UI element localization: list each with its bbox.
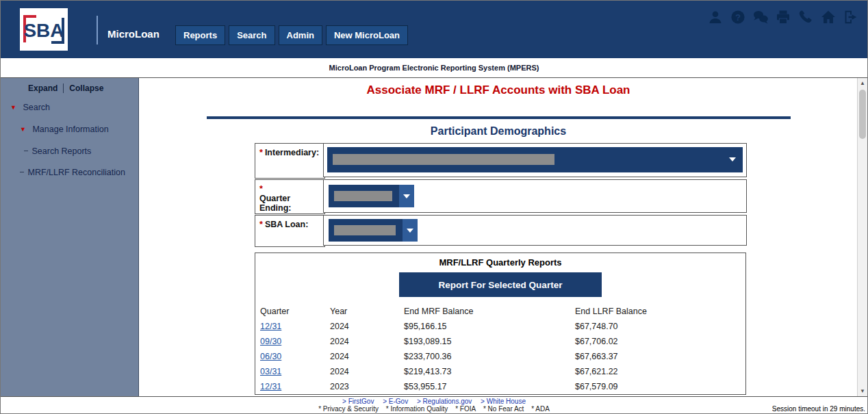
nav-admin-button[interactable]: Admin: [279, 25, 322, 45]
content-bottom-divider: [1, 396, 867, 397]
sidebar-item-label: Manage Information: [32, 125, 108, 134]
footer-link-info-quality[interactable]: * Information Quality: [386, 405, 448, 413]
sidebar-item-label: MRF/LLRF Reconciliation: [27, 168, 125, 177]
sidebar-item-label: Search Reports: [31, 146, 91, 156]
header-nav: Reports Search Admin New MicroLoan: [175, 25, 408, 45]
quarter-ending-field: [323, 179, 747, 213]
collapse-link[interactable]: Collapse: [69, 83, 103, 93]
mrf-balance-cell: $53,955.17: [404, 379, 575, 394]
sidebar-item-mrf-llrf-reconciliation[interactable]: MRF/LLRF Reconciliation: [20, 168, 125, 177]
quarter-link[interactable]: 09/30: [260, 337, 281, 346]
user-icon[interactable]: [707, 9, 724, 25]
mrf-balance-cell: $233,700.36: [404, 349, 575, 364]
tree-expanded-icon: ▼: [10, 104, 16, 111]
main-content: Associate MRF / LLRF Accounts with SBA L…: [139, 78, 858, 396]
mrf-balance-cell: $193,089.15: [404, 334, 575, 349]
intermediary-label: *Intermediary:: [255, 143, 325, 179]
table-row: 12/31 2023 $53,955.17 $67,579.09: [260, 379, 739, 394]
vertical-scrollbar[interactable]: ▲ ▼: [857, 78, 867, 396]
footer-link-egov[interactable]: > E-Gov: [383, 398, 408, 405]
tree-connector: [24, 151, 28, 151]
quarterly-reports-panel: MRF/LLRF Quarterly Reports Report For Se…: [255, 253, 746, 395]
chevron-down-icon: [403, 194, 410, 198]
header-icons: ?: [707, 9, 859, 25]
footer-link-privacy[interactable]: * Privacy & Security: [318, 405, 379, 413]
nav-search-button[interactable]: Search: [229, 25, 275, 45]
quarter-link[interactable]: 12/31: [260, 382, 281, 391]
table-row: 12/31 2024 $95,166.15 $67,748.70: [260, 319, 739, 334]
home-icon[interactable]: [820, 9, 837, 25]
scroll-down-arrow[interactable]: ▼: [858, 386, 867, 396]
svg-text:SBA: SBA: [23, 20, 64, 41]
intermediary-select[interactable]: [327, 147, 743, 172]
sidebar-item-search[interactable]: ▼ Search: [10, 103, 50, 112]
quarter-ending-label-text: Quarter Ending:: [259, 194, 324, 213]
chat-icon[interactable]: [752, 9, 769, 25]
footer-link-whitehouse[interactable]: > White House: [481, 398, 526, 405]
table-row: 03/31 2024 $219,413.73 $67,621.22: [260, 364, 739, 379]
nav-new-microloan-button[interactable]: New MicroLoan: [326, 25, 408, 45]
footer-link-no-fear-act[interactable]: * No Fear Act: [483, 405, 524, 413]
page-title: Associate MRF / LLRF Accounts with SBA L…: [139, 83, 858, 97]
report-selected-quarter-button[interactable]: Report For Selected Quarter: [399, 272, 602, 297]
mrf-balance-cell: $219,413.73: [404, 364, 575, 379]
sidebar: Expand Collapse ▼ Search ▼ Manage Inform…: [1, 78, 139, 396]
mpers-title: MicroLoan Program Electronic Reporting S…: [329, 64, 539, 72]
footer-link-foia[interactable]: * FOIA: [455, 405, 476, 413]
table-row: 09/30 2024 $193,089.15 $67,706.02: [260, 334, 739, 349]
mpers-bar: MicroLoan Program Electronic Reporting S…: [1, 58, 867, 77]
page: SBA MicroLoan Reports Search Admin New M…: [0, 0, 868, 414]
tree-connector: [20, 172, 24, 172]
table-row: 06/30 2024 $233,700.36 $67,663.37: [260, 349, 739, 364]
sba-loan-label-text: SBA Loan:: [265, 220, 308, 229]
table-header-row: Quarter Year End MRF Balance End LLRF Ba…: [260, 304, 739, 319]
scrollbar-thumb[interactable]: [859, 90, 866, 139]
print-icon[interactable]: [775, 9, 791, 25]
header-bar: SBA MicroLoan Reports Search Admin New M…: [1, 1, 867, 58]
header-separator: [97, 16, 98, 44]
footer-link-ada[interactable]: * ADA: [531, 405, 550, 413]
sba-logo[interactable]: SBA: [20, 8, 68, 51]
footer-link-firstgov[interactable]: > FirstGov: [342, 398, 374, 405]
logout-icon[interactable]: [843, 9, 859, 25]
col-header-quarter: Quarter: [260, 304, 330, 319]
quarter-link[interactable]: 06/30: [260, 352, 281, 361]
section-title: Participant Demographics: [139, 125, 858, 138]
quarter-ending-select[interactable]: [329, 185, 414, 207]
llrf-balance-cell: $67,663.37: [575, 349, 739, 364]
sba-loan-select[interactable]: [329, 219, 418, 242]
scroll-up-arrow[interactable]: ▲: [858, 78, 867, 88]
quarter-link[interactable]: 03/31: [260, 367, 281, 376]
llrf-balance-cell: $67,621.22: [575, 364, 739, 379]
required-marker: *: [259, 220, 263, 229]
sba-logo-graphic: SBA: [21, 10, 66, 49]
quarter-ending-label: * Quarter Ending:: [255, 179, 325, 214]
sidebar-item-manage-information[interactable]: ▼ Manage Information: [20, 125, 109, 134]
sidebar-item-search-reports[interactable]: Search Reports: [24, 146, 91, 156]
col-header-year: Year: [330, 304, 404, 319]
intermediary-label-text: Intermediary:: [265, 148, 319, 157]
footer-link-regulations[interactable]: > Regulations.gov: [417, 398, 472, 405]
help-icon[interactable]: ?: [730, 9, 746, 25]
nav-reports-button[interactable]: Reports: [175, 25, 225, 45]
mrf-balance-cell: $95,166.15: [404, 319, 575, 334]
session-timeout-text: Session timeout in 29 minutes.: [772, 405, 865, 413]
phone-icon[interactable]: [797, 9, 814, 25]
year-cell: 2024: [330, 334, 404, 349]
year-cell: 2024: [330, 349, 404, 364]
col-header-end-llrf-balance: End LLRF Balance: [575, 304, 739, 319]
quarter-link[interactable]: 12/31: [260, 322, 281, 331]
llrf-balance-cell: $67,579.09: [575, 379, 739, 394]
svg-text:?: ?: [735, 12, 741, 23]
chevron-down-icon: [729, 157, 736, 161]
quarterly-reports-title: MRF/LLRF Quarterly Reports: [255, 257, 745, 268]
select-dropdown-button: [403, 219, 418, 242]
sidebar-expand-collapse: Expand Collapse: [28, 83, 103, 93]
redacted-value: [333, 154, 554, 165]
col-header-end-mrf-balance: End MRF Balance: [404, 304, 575, 319]
llrf-balance-cell: $67,748.70: [575, 319, 739, 334]
expand-collapse-divider: [63, 83, 64, 93]
footer-links-row1: > FirstGov > E-Gov > Regulations.gov > W…: [1, 398, 867, 405]
chevron-down-icon: [407, 229, 413, 233]
expand-link[interactable]: Expand: [28, 83, 58, 93]
